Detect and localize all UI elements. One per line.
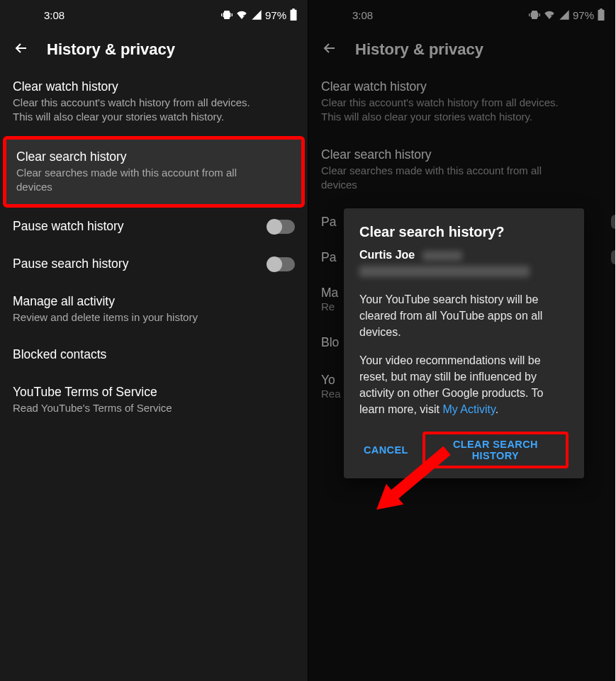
item-title: Clear search history [321,147,603,162]
item-subtitle: Clear this account's watch history from … [13,96,295,125]
settings-list: Clear watch history Clear this account's… [0,68,308,427]
manage-all-activity-item[interactable]: Manage all activity Review and delete it… [0,283,308,336]
vibrate-icon [529,9,540,21]
cell-signal-icon [251,9,262,21]
pause-search-history-item[interactable]: Pause search history [0,245,308,283]
blocked-contacts-item[interactable]: Blocked contacts [0,336,308,373]
item-title: Clear watch history [321,79,603,94]
status-indicators: ? 97% [221,9,298,21]
status-time: 3:08 [318,9,373,21]
battery-icon [289,9,298,21]
wifi-icon: ? [235,9,248,21]
dialog-body-2: Your video recommendations will be reset… [359,352,569,418]
dialog-body-2-post: . [495,403,498,415]
battery-pct: 97% [265,9,286,21]
clear-search-history-item[interactable]: Clear search history Clear searches made… [308,136,615,204]
svg-text:?: ? [550,14,553,19]
svg-rect-1 [291,10,297,21]
redacted-text [359,266,530,277]
wifi-icon: ? [543,9,556,21]
item-title: YouTube Terms of Service [13,385,295,400]
clear-search-history-item[interactable]: Clear search history Clear searches made… [3,136,305,208]
clear-watch-history-item[interactable]: Clear watch history Clear this account's… [0,68,308,136]
clear-watch-history-item[interactable]: Clear watch history Clear this account's… [308,68,615,136]
item-subtitle: Clear this account's watch history from … [321,96,603,125]
back-icon[interactable] [321,40,338,60]
item-title: Pause watch history [13,219,268,234]
svg-text:?: ? [242,14,245,19]
svg-rect-5 [600,9,603,11]
item-subtitle: Read YouTube's Terms of Service [13,401,295,415]
item-subtitle: Review and delete items in your history [13,310,295,325]
item-title: Clear search history [16,150,291,164]
battery-pct: 97% [573,9,594,21]
redacted-text [422,251,462,261]
dialog-account-line2 [359,266,569,280]
item-title: Clear watch history [13,79,295,94]
status-time: 3:08 [10,9,65,21]
screenshot-right: 3:08 ? 97% History & privacy Clear watch… [308,0,615,681]
cancel-button[interactable]: CANCEL [359,439,413,461]
pause-watch-toggle[interactable] [611,215,615,229]
clear-search-history-dialog: Clear search history? Curtis Joe Your Yo… [344,208,584,478]
item-subtitle: Clear searches made with this account fr… [321,164,603,193]
vibrate-icon [221,9,233,21]
dialog-actions: CANCEL CLEAR SEARCH HISTORY [359,432,569,468]
youtube-terms-item[interactable]: YouTube Terms of Service Read YouTube's … [0,373,308,427]
dialog-account-line: Curtis Joe [359,249,569,261]
status-indicators: ? 97% [529,9,605,21]
pause-watch-history-item[interactable]: Pause watch history [0,208,308,245]
svg-rect-4 [598,10,605,21]
dialog-body-1: Your YouTube search history will be clea… [359,291,569,341]
status-bar: 3:08 ? 97% [308,0,615,26]
screenshot-left: 3:08 ? 97% History & privacy Clear watch… [0,0,308,681]
dialog-title: Clear search history? [359,224,569,240]
item-title: Manage all activity [13,294,295,309]
pause-search-toggle[interactable] [611,250,615,264]
status-bar: 3:08 ? 97% [0,0,308,26]
item-subtitle: Clear searches made with this account fr… [16,166,291,195]
page-title: History & privacy [355,40,483,59]
app-header: History & privacy [0,26,308,68]
back-icon[interactable] [13,40,30,60]
cell-signal-icon [559,9,570,21]
item-title: Pause search history [13,257,268,271]
pause-watch-toggle[interactable] [268,220,295,234]
item-title: Blocked contacts [13,347,295,362]
battery-icon [597,9,605,21]
dialog-user-name: Curtis Joe [359,249,415,261]
app-header: History & privacy [308,26,615,68]
pause-search-toggle[interactable] [268,257,295,271]
my-activity-link[interactable]: My Activity [442,403,495,415]
svg-rect-2 [292,9,295,11]
page-title: History & privacy [47,40,175,59]
